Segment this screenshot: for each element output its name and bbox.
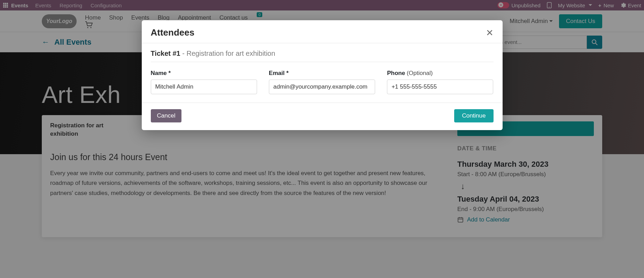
ticket-heading: Ticket #1 - Registration for art exhibit… — [151, 50, 494, 58]
cancel-button[interactable]: Cancel — [151, 109, 182, 122]
divider — [151, 62, 494, 62]
phone-label: Phone (Optional) — [387, 70, 493, 77]
modal-title: Attendees — [151, 27, 195, 38]
name-input[interactable] — [151, 80, 257, 94]
name-label: Name * — [151, 70, 257, 77]
close-icon: ✕ — [486, 28, 494, 38]
ticket-number: Ticket #1 — [151, 50, 180, 57]
email-label: Email * — [269, 70, 375, 77]
phone-input[interactable] — [387, 80, 493, 94]
email-input[interactable] — [269, 80, 375, 94]
attendees-modal: Attendees ✕ Ticket #1 - Registration for… — [142, 20, 503, 130]
continue-button[interactable]: Continue — [454, 109, 493, 122]
ticket-description: Registration for art exhibition — [187, 50, 276, 57]
modal-close-button[interactable]: ✕ — [486, 28, 494, 37]
